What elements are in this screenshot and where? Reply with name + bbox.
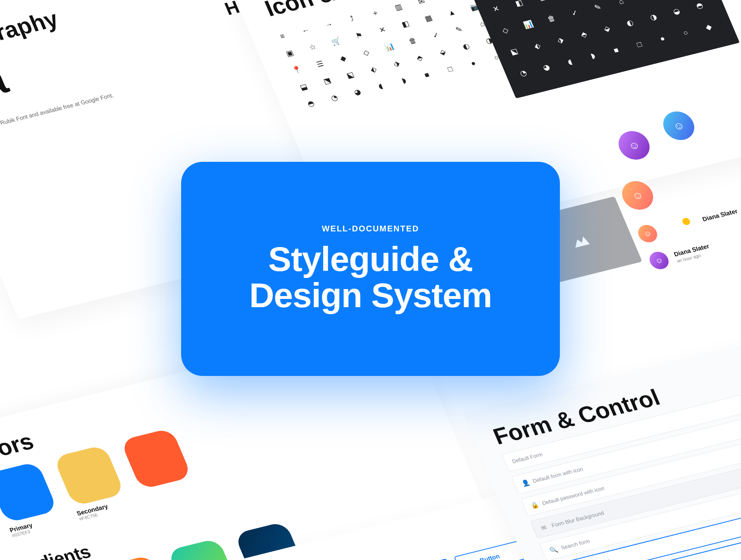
glyph-icon: ◇: [499, 25, 511, 36]
glyph-icon: ⬕: [344, 70, 357, 81]
glyph-icon: ▥: [392, 2, 404, 13]
glyph-icon: ✉: [415, 0, 428, 7]
glyph-icon: ⬙: [601, 23, 613, 34]
glyph-icon: ☆: [307, 42, 319, 53]
avatar: ☺: [614, 128, 654, 163]
glyph-icon: ◆: [337, 53, 349, 64]
glyph-icon: ⬒: [638, 0, 650, 1]
glyph-icon: ⬖: [367, 64, 380, 75]
glyph-icon: □: [444, 64, 456, 75]
glyph-icon: ▲: [445, 7, 458, 18]
glyph-icon: ●: [656, 33, 669, 44]
hero-card: WELL-DOCUMENTED Styleguide & Design Syst…: [181, 162, 560, 376]
hero-title: Styleguide & Design System: [249, 241, 492, 313]
glyph-icon: ☰: [314, 59, 326, 70]
glyph-icon: ◐: [460, 41, 472, 52]
glyph-icon: ○: [679, 28, 692, 38]
glyph-icon: □: [633, 39, 645, 50]
mountain-icon: [570, 233, 591, 249]
glyph-icon: 🛒: [330, 36, 342, 47]
glyph-icon: 🗑: [545, 14, 558, 24]
glyph-icon: ⬘: [578, 29, 590, 40]
glyph-icon: ✎: [453, 24, 465, 35]
glyph-icon: ◕: [351, 87, 364, 98]
glyph-icon: ◧: [399, 19, 412, 30]
glyph-icon: ✕: [490, 3, 502, 14]
glyph-icon: ◧: [513, 0, 525, 8]
glyph-icon: ⬙: [437, 47, 449, 58]
glyph-icon: ⬗: [555, 35, 567, 46]
glyph-icon: ⚑: [353, 30, 365, 41]
swatch: [120, 428, 198, 505]
glyph-icon: ◑: [647, 12, 659, 23]
glyph-icon: ⬕: [508, 47, 520, 57]
glyph-icon: ✓: [569, 8, 581, 19]
glyph-icon: ⬖: [531, 41, 544, 51]
glyph-icon: ◔: [328, 93, 340, 103]
font-specimen: Aa Rubik Bookify using Rubik Font and av…: [0, 33, 138, 189]
glyph-icon: ●: [467, 58, 480, 69]
glyph-icon: ≡: [276, 31, 289, 42]
hero-eyebrow: WELL-DOCUMENTED: [322, 224, 419, 233]
glyph-icon: ←: [299, 25, 312, 36]
mail-icon: ✉: [539, 524, 548, 532]
glyph-icon: ◐: [624, 18, 636, 28]
glyph-icon: ◓: [305, 98, 317, 109]
glyph-icon: ◆: [703, 22, 715, 33]
glyph-icon: ⌂: [615, 0, 627, 7]
notification-badge: [680, 216, 692, 227]
glyph-icon: ＋: [369, 8, 381, 19]
avatar: ☺: [647, 250, 671, 271]
avatar: ☺: [635, 223, 660, 245]
glyph-icon: ◇: [360, 47, 373, 58]
swatch: Grass#47D2AF - #7DB44: [167, 538, 245, 560]
icon-grid-dark: ▥✉🔒🔍⬤▣☆🛒⚑✕◧▦▲📷👤📍☰◆◇📊🗑✓✎⌂⬒⬓⬔⬕⬖⬗⬘⬙◐◑◒◓◔◕◖◗…: [464, 0, 740, 98]
glyph-icon: 📍: [291, 65, 303, 75]
glyph-icon: ⬔: [321, 76, 333, 86]
glyph-icon: ⬓: [298, 82, 310, 92]
glyph-icon: ⤴: [346, 14, 358, 24]
user-icon: 👤: [520, 479, 529, 487]
glyph-icon: ⬘: [414, 53, 426, 63]
glyph-icon: ◔: [517, 68, 529, 79]
glyph-icon: ■: [421, 70, 433, 80]
glyph-icon: ⬗: [390, 58, 403, 69]
search-icon: 🔍: [549, 546, 558, 554]
glyph-icon: ▦: [536, 0, 549, 2]
glyph-icon: ◒: [670, 6, 683, 17]
glyph-icon: ◖: [564, 56, 576, 67]
glyph-icon: ■: [610, 45, 622, 56]
avatar: ☺: [618, 178, 658, 213]
glyph-icon: ✓: [429, 30, 442, 41]
glyph-icon: ▦: [422, 13, 435, 24]
glyph-icon: ◗: [398, 75, 410, 86]
lock-icon: 🔒: [530, 501, 539, 509]
swatch: Primary#037EF3: [0, 461, 64, 538]
glyph-icon: 📊: [522, 19, 534, 30]
glyph-icon: ◖: [374, 81, 387, 92]
glyph-icon: ◗: [587, 51, 599, 61]
glyph-icon: →: [323, 19, 335, 30]
glyph-icon: ✎: [592, 2, 604, 12]
glyph-icon: ▣: [283, 48, 296, 58]
avatar-name: Diana Slater: [701, 208, 739, 223]
glyph-icon: 🗑: [406, 36, 419, 47]
glyph-icon: 🔒: [438, 0, 451, 1]
glyph-icon: 📊: [383, 42, 396, 52]
glyph-icon: ◕: [541, 62, 553, 73]
glyph-icon: ◓: [693, 0, 706, 11]
swatch: Secondary#F4C756: [53, 445, 131, 522]
glyph-icon: ✕: [376, 25, 389, 35]
